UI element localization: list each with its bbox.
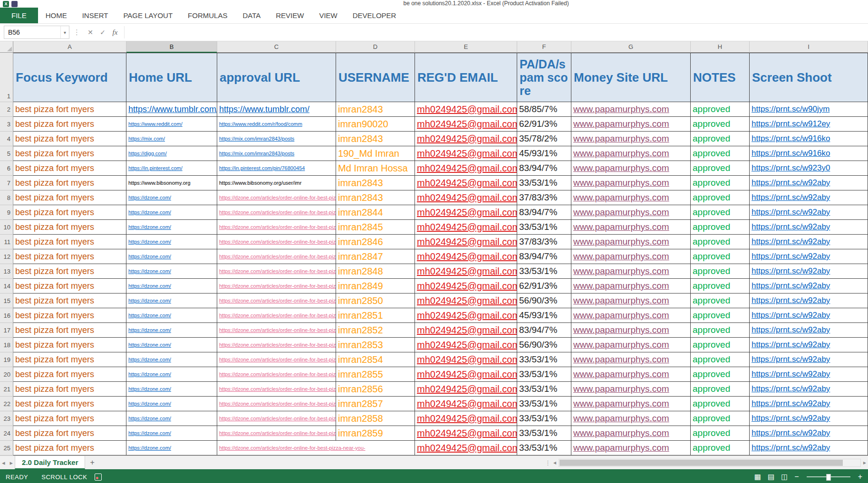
cell-money-site-url[interactable]: www.papamurphys.com: [571, 102, 691, 117]
row-number[interactable]: 6: [0, 161, 13, 176]
cell-approval-url[interactable]: https://dzone.com/articles/order-online-…: [217, 323, 336, 338]
cell-pa-da-spam-score[interactable]: 33/53/1%: [517, 426, 571, 441]
cell-notes[interactable]: approved: [691, 441, 750, 455]
cell-screen-shoot[interactable]: https://prnt.sc/w92aby: [750, 367, 868, 382]
cell-pa-da-spam-score[interactable]: 33/53/1%: [517, 411, 571, 426]
cell-focus-keyword[interactable]: best pizza fort myers: [13, 308, 126, 323]
row-number[interactable]: 18: [0, 338, 13, 352]
cell-money-site-url[interactable]: www.papamurphys.com: [571, 117, 691, 132]
tab-data[interactable]: DATA: [235, 8, 268, 23]
cell-screen-shoot[interactable]: https://prnt.sc/w92aby: [750, 205, 868, 220]
cell-money-site-url[interactable]: www.papamurphys.com: [571, 308, 691, 323]
cell-pa-da-spam-score[interactable]: 62/91/3%: [517, 117, 571, 132]
cell-notes[interactable]: approved: [691, 397, 750, 411]
cell-focus-keyword[interactable]: best pizza fort myers: [13, 205, 126, 220]
row-number[interactable]: 12: [0, 249, 13, 264]
cell-username[interactable]: imran2843: [336, 190, 415, 205]
normal-view-icon[interactable]: ▦: [754, 473, 761, 481]
tab-review[interactable]: REVIEW: [268, 8, 311, 23]
row-number[interactable]: 11: [0, 235, 13, 249]
cell-home-url[interactable]: https://dzone.com/: [126, 397, 217, 411]
cell-screen-shoot[interactable]: https://prnt.sc/w916ko: [750, 146, 868, 161]
cell-home-url[interactable]: https://www.reddit.com/: [126, 117, 217, 132]
cell-money-site-url[interactable]: www.papamurphys.com: [571, 411, 691, 426]
cell-username[interactable]: imran2843: [336, 102, 415, 117]
cell-focus-keyword[interactable]: best pizza fort myers: [13, 264, 126, 279]
cell-screen-shoot[interactable]: https://prnt.sc/w923y0: [750, 161, 868, 176]
scrollbar-track[interactable]: [559, 459, 861, 467]
cell-focus-keyword[interactable]: best pizza fort myers: [13, 279, 126, 294]
cell-home-url[interactable]: https://dzone.com/: [126, 294, 217, 308]
cell-pa-da-spam-score[interactable]: 56/90/3%: [517, 338, 571, 352]
tab-file[interactable]: FILE: [0, 8, 38, 23]
cell-approval-url[interactable]: https://dzone.com/articles/order-online-…: [217, 308, 336, 323]
header-focus-keyword[interactable]: Focus Keyword: [13, 53, 126, 102]
cell-focus-keyword[interactable]: best pizza fort myers: [13, 411, 126, 426]
record-macro-icon[interactable]: [95, 474, 102, 481]
cell-regd-email[interactable]: mh0249425@gmail.com: [415, 294, 517, 308]
cell-pa-da-spam-score[interactable]: 33/53/1%: [517, 352, 571, 367]
cell-pa-da-spam-score[interactable]: 33/53/1%: [517, 382, 571, 397]
cell-home-url[interactable]: https://www.bibsonomy.org: [126, 176, 217, 190]
cell-notes[interactable]: approved: [691, 220, 750, 235]
col-header-c[interactable]: C: [217, 41, 336, 53]
cell-money-site-url[interactable]: www.papamurphys.com: [571, 294, 691, 308]
cell-screen-shoot[interactable]: https://prnt.sc/w92aby: [750, 264, 868, 279]
cell-regd-email[interactable]: mh0249425@gmail.com: [415, 249, 517, 264]
cell-money-site-url[interactable]: www.papamurphys.com: [571, 176, 691, 190]
cell-username[interactable]: imran2847: [336, 249, 415, 264]
cell-approval-url[interactable]: https://dzone.com/articles/order-online-…: [217, 397, 336, 411]
cell-pa-da-spam-score[interactable]: 33/53/1%: [517, 264, 571, 279]
cell-screen-shoot[interactable]: https://prnt.sc/w92aby: [750, 190, 868, 205]
col-header-f[interactable]: F: [517, 41, 571, 53]
cell-money-site-url[interactable]: www.papamurphys.com: [571, 264, 691, 279]
row-number[interactable]: 4: [0, 132, 13, 146]
col-header-g[interactable]: G: [571, 41, 691, 53]
cell-approval-url[interactable]: https://dzone.com/articles/order-online-…: [217, 382, 336, 397]
cell-focus-keyword[interactable]: best pizza fort myers: [13, 235, 126, 249]
cell-focus-keyword[interactable]: best pizza fort myers: [13, 190, 126, 205]
zoom-out-icon[interactable]: −: [794, 473, 799, 481]
cell-approval-url[interactable]: https://dzone.com/articles/order-online-…: [217, 249, 336, 264]
cell-regd-email[interactable]: mh0249425@gmail.com: [415, 338, 517, 352]
cell-regd-email[interactable]: mh0249425@gmail.com: [415, 411, 517, 426]
cell-focus-keyword[interactable]: best pizza fort myers: [13, 367, 126, 382]
cell-pa-da-spam-score[interactable]: 83/94/7%: [517, 323, 571, 338]
cell-username[interactable]: imran2854: [336, 352, 415, 367]
cell-home-url[interactable]: https://dzone.com/: [126, 426, 217, 441]
cell-home-url[interactable]: https://mix.com/: [126, 132, 217, 146]
row-number[interactable]: 5: [0, 146, 13, 161]
cell-focus-keyword[interactable]: best pizza fort myers: [13, 426, 126, 441]
row-number[interactable]: 23: [0, 411, 13, 426]
cell-regd-email[interactable]: mh0249425@gmail.com: [415, 352, 517, 367]
row-number[interactable]: 9: [0, 205, 13, 220]
cell-regd-email[interactable]: mh0249425@gmail.com: [415, 102, 517, 117]
cell-home-url[interactable]: https://dzone.com/: [126, 382, 217, 397]
cell-screen-shoot[interactable]: https://prnt.sc/w92aby: [750, 441, 868, 455]
cell-pa-da-spam-score[interactable]: 62/91/3%: [517, 279, 571, 294]
cell-regd-email[interactable]: mh0249425@gmail.com: [415, 132, 517, 146]
cell-notes[interactable]: approved: [691, 117, 750, 132]
cell-regd-email[interactable]: mh0249425@gmail.com: [415, 397, 517, 411]
cell-focus-keyword[interactable]: best pizza fort myers: [13, 323, 126, 338]
cell-username[interactable]: imran2855: [336, 367, 415, 382]
cell-money-site-url[interactable]: www.papamurphys.com: [571, 382, 691, 397]
sheet-tab-daily-tracker[interactable]: 2.0 Daily Tracker: [15, 456, 85, 469]
qat-customize-icon[interactable]: [11, 1, 18, 7]
cell-username[interactable]: imran90020: [336, 117, 415, 132]
cell-pa-da-spam-score[interactable]: 33/53/1%: [517, 397, 571, 411]
cell-focus-keyword[interactable]: best pizza fort myers: [13, 220, 126, 235]
cell-regd-email[interactable]: mh0249425@gmail.com: [415, 161, 517, 176]
cell-focus-keyword[interactable]: best pizza fort myers: [13, 146, 126, 161]
cell-money-site-url[interactable]: www.papamurphys.com: [571, 132, 691, 146]
cell-pa-da-spam-score[interactable]: 83/94/7%: [517, 249, 571, 264]
cell-home-url[interactable]: https://dzone.com/: [126, 220, 217, 235]
cell-screen-shoot[interactable]: https://prnt.sc/w92aby: [750, 338, 868, 352]
cell-approval-url[interactable]: https://dzone.com/articles/order-online-…: [217, 338, 336, 352]
cell-approval-url[interactable]: https://mix.com/imran2843/posts: [217, 132, 336, 146]
cell-notes[interactable]: approved: [691, 426, 750, 441]
cell-money-site-url[interactable]: www.papamurphys.com: [571, 426, 691, 441]
header-home-url[interactable]: Home URL: [126, 53, 217, 102]
cell-screen-shoot[interactable]: https://prnt.sc/w92aby: [750, 323, 868, 338]
cell-username[interactable]: Md Imran Hossa: [336, 161, 415, 176]
